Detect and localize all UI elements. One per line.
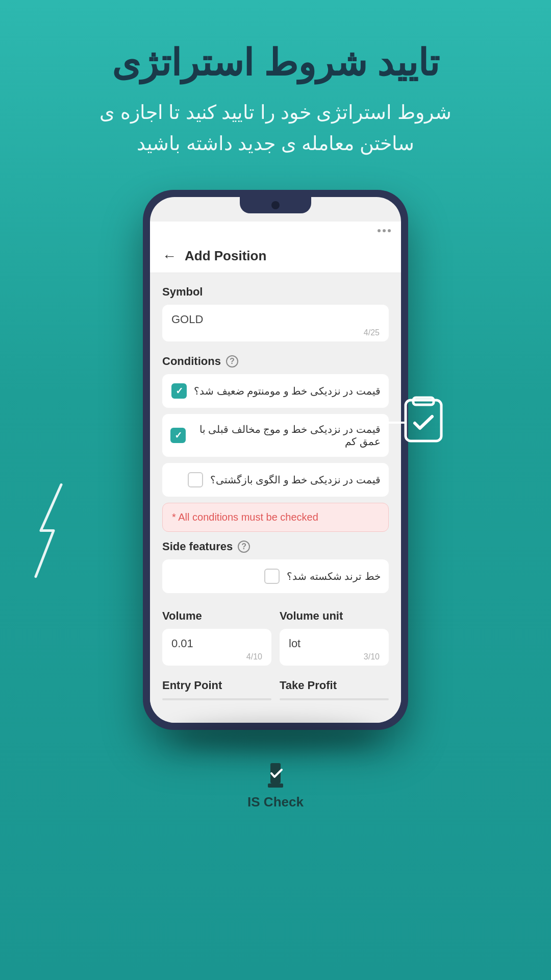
volume-col: Volume 0.01 4/10 xyxy=(162,609,271,669)
logo-icon xyxy=(260,761,291,791)
phone-frame: ← Add Position Symbol GOLD 4/25 Condi xyxy=(143,190,408,730)
svg-rect-4 xyxy=(268,783,283,788)
header-subtitle: شروط استراتژی خود را تایید کنید تا اجازه… xyxy=(31,97,520,159)
logo-label: IS Check xyxy=(247,794,304,810)
phone-shadow xyxy=(173,725,378,750)
clipboard-icon xyxy=(400,395,446,448)
error-text: * All conditions must be checked xyxy=(172,511,318,523)
volume-input[interactable]: 0.01 4/10 xyxy=(162,629,271,666)
phone-mockup: ← Add Position Symbol GOLD 4/25 Condi xyxy=(143,190,408,730)
condition-text-1: قیمت در نزدیکی خط و مومنتوم ضعیف شد؟ xyxy=(194,385,381,397)
side-feature-text-1: خط ترند شکسته شد؟ xyxy=(287,570,381,582)
side-features-label: Side features xyxy=(162,540,233,553)
volume-value: 0.01 xyxy=(171,637,262,650)
volume-unit-col: Volume unit lot 3/10 xyxy=(280,609,389,669)
side-feature-checkbox-1[interactable] xyxy=(264,569,280,584)
take-profit-label: Take Profit xyxy=(280,679,389,692)
phone-screen: ← Add Position Symbol GOLD 4/25 Condi xyxy=(150,197,401,723)
header-section: تایید شروط استراتژی شروط استراتژی خود را… xyxy=(0,0,551,180)
side-feature-item-1[interactable]: خط ترند شکسته شد؟ xyxy=(162,559,389,593)
condition-text-3: قیمت در نزدیکی خط و الگوی بازگشتی؟ xyxy=(210,474,381,486)
entry-point-label: Entry Point xyxy=(162,679,271,692)
phone-notch xyxy=(240,197,311,213)
bottom-labels-row: Entry Point Take Profit xyxy=(162,679,389,700)
condition-item-3[interactable]: قیمت در نزدیکی خط و الگوی بازگشتی؟ xyxy=(162,463,389,497)
phone-camera xyxy=(271,201,280,209)
symbol-input[interactable]: GOLD 4/25 xyxy=(162,305,389,341)
volume-counter: 4/10 xyxy=(171,652,262,662)
volume-unit-label: Volume unit xyxy=(280,609,389,623)
take-profit-col: Take Profit xyxy=(280,679,389,700)
condition-checkbox-2[interactable] xyxy=(170,428,186,443)
app-bar-title: Add Position xyxy=(185,248,266,264)
side-features-header: Side features ? xyxy=(162,540,389,553)
symbol-value: GOLD xyxy=(171,313,380,326)
form-content: Symbol GOLD 4/25 Conditions ? قیمت در نز… xyxy=(150,273,401,723)
symbol-label: Symbol xyxy=(162,285,389,299)
entry-point-line xyxy=(162,698,271,700)
conditions-help-icon[interactable]: ? xyxy=(226,355,238,368)
status-indicator xyxy=(378,229,391,232)
lightning-left-icon xyxy=(31,480,71,584)
error-box: * All conditions must be checked xyxy=(162,503,389,532)
condition-checkbox-1[interactable] xyxy=(171,383,187,399)
back-button[interactable]: ← xyxy=(162,248,177,264)
volume-unit-value: lot xyxy=(289,637,380,650)
volume-unit-counter: 3/10 xyxy=(289,652,380,662)
condition-item-2[interactable]: قیمت در نزدیکی خط و موج مخالف قبلی با عم… xyxy=(162,414,389,457)
condition-checkbox-3[interactable] xyxy=(188,472,203,487)
entry-point-col: Entry Point xyxy=(162,679,271,700)
status-bar xyxy=(150,222,401,240)
footer-logo: IS Check xyxy=(247,761,304,830)
take-profit-line xyxy=(280,698,389,700)
volume-label: Volume xyxy=(162,609,271,623)
volume-unit-input[interactable]: lot 3/10 xyxy=(280,629,389,666)
header-title: تایید شروط استراتژی xyxy=(31,41,520,85)
conditions-header: Conditions ? xyxy=(162,355,389,368)
side-features-help-icon[interactable]: ? xyxy=(238,541,250,553)
condition-item-1[interactable]: قیمت در نزدیکی خط و مومنتوم ضعیف شد؟ xyxy=(162,374,389,408)
volume-row: Volume 0.01 4/10 Volume unit lot 3/10 xyxy=(162,609,389,669)
app-bar: ← Add Position xyxy=(150,240,401,273)
symbol-counter: 4/25 xyxy=(171,328,380,337)
condition-text-2: قیمت در نزدیکی خط و موج مخالف قبلی با عم… xyxy=(193,423,381,448)
svg-rect-0 xyxy=(406,400,441,441)
conditions-label: Conditions xyxy=(162,355,221,368)
